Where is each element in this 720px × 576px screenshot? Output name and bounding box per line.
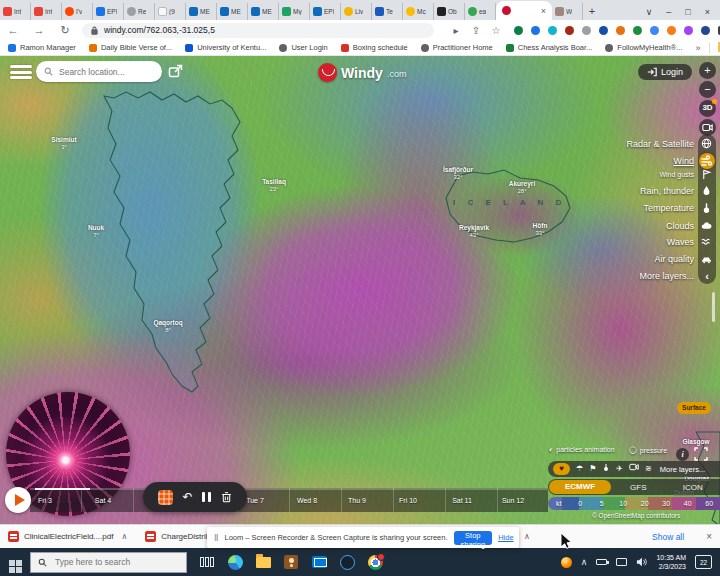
extension-icon[interactable] xyxy=(650,26,659,35)
layer-temperature[interactable]: Temperature xyxy=(643,203,694,213)
model-gfs[interactable]: GFS xyxy=(611,483,666,492)
browser-tab[interactable]: EPI xyxy=(310,3,341,20)
layer-more-layers[interactable]: More layers... xyxy=(639,271,694,281)
layer-wind-gusts[interactable]: Wind gusts xyxy=(659,171,694,178)
forecast-timeline[interactable]: Fri 3 Sat 4 Sun 5 Mon 6 Tue 7 Wed 8 Thu … xyxy=(30,488,548,512)
swirl-icon[interactable]: ≋ xyxy=(645,463,652,475)
share-icon[interactable]: ⇪ xyxy=(466,25,486,36)
timeline-day[interactable]: Fri 10 xyxy=(399,497,417,504)
browser-tab[interactable]: I'v xyxy=(62,3,93,20)
hide-link[interactable]: Hide xyxy=(498,533,513,542)
webcam-icon[interactable] xyxy=(629,463,639,475)
thermometer-icon[interactable] xyxy=(701,202,713,214)
particles-animation-toggle[interactable]: ◐ particles animation xyxy=(549,446,615,453)
browser-tab[interactable]: ME xyxy=(248,3,279,20)
trash-icon[interactable] xyxy=(221,491,232,503)
webcams-button[interactable] xyxy=(699,119,716,136)
close-window-button[interactable]: × xyxy=(705,7,710,17)
wind-layer-icon[interactable] xyxy=(699,153,715,169)
browser-tab[interactable]: ME xyxy=(217,3,248,20)
loom-recorder-icon[interactable] xyxy=(158,490,173,505)
task-view-button[interactable] xyxy=(193,548,221,576)
rain-droplet-icon[interactable] xyxy=(701,185,713,197)
layer-clouds[interactable]: Clouds xyxy=(666,221,694,231)
zoom-in-button[interactable]: + xyxy=(699,62,716,79)
windy-logo[interactable]: Windy .com xyxy=(318,63,406,82)
active-tab-windy[interactable]: × xyxy=(496,1,552,20)
taskbar-clock[interactable]: 10:35 AM 2/3/2023 xyxy=(656,553,686,572)
login-button[interactable]: Login xyxy=(638,64,692,80)
browser-tab[interactable]: EPI xyxy=(93,3,124,20)
favorite-heart-icon[interactable]: ♥ xyxy=(553,463,570,475)
network-icon[interactable] xyxy=(616,558,627,566)
show-all-link[interactable]: Show all xyxy=(652,532,684,542)
tray-expand-icon[interactable]: ∧ xyxy=(581,557,588,567)
browser-tab[interactable]: My xyxy=(279,3,310,20)
city-label[interactable]: Reykjavík43° xyxy=(450,224,498,240)
browser-tab[interactable]: W xyxy=(552,3,583,20)
model-ecmwf[interactable]: ECMWF xyxy=(549,480,611,494)
extension-icon[interactable] xyxy=(633,26,642,35)
city-label[interactable]: Glasgow xyxy=(674,438,718,446)
timeline-day[interactable]: Sun 12 xyxy=(502,497,524,504)
bookmark-item[interactable]: FollowMyHealth®... xyxy=(605,43,682,52)
pause-icon[interactable] xyxy=(202,492,211,502)
layer-air-quality[interactable]: Air quality xyxy=(654,254,694,264)
waves-icon[interactable] xyxy=(701,236,713,248)
search-input[interactable] xyxy=(57,66,147,78)
browser-tab[interactable]: ME xyxy=(186,3,217,20)
clouds-icon[interactable] xyxy=(701,220,713,232)
download-chip[interactable]: ClinicalElectricField....pdf ∧ xyxy=(8,531,127,542)
bookmark-item[interactable]: Practitioner Home xyxy=(421,43,493,52)
export-share-icon[interactable] xyxy=(168,64,183,78)
browser-tab[interactable]: Int xyxy=(0,3,31,20)
timeline-day[interactable]: Tue 7 xyxy=(246,497,264,504)
back-button[interactable]: ← xyxy=(0,24,26,36)
edge-icon[interactable] xyxy=(221,548,249,576)
layer-radar-satellite[interactable]: Radar & Satellite xyxy=(626,139,694,149)
bookmark-star-icon[interactable]: ☆ xyxy=(486,25,506,36)
umbrella-icon[interactable]: ☂ xyxy=(576,463,583,475)
extension-icon[interactable] xyxy=(599,26,608,35)
tray-app-icon[interactable] xyxy=(561,557,572,568)
browser-tab[interactable]: Int xyxy=(31,3,62,20)
city-label[interactable]: Sisimiut3° xyxy=(44,136,84,152)
file-explorer-icon[interactable] xyxy=(249,548,277,576)
extension-icon[interactable] xyxy=(667,26,676,35)
info-button[interactable]: i xyxy=(676,448,689,461)
play-button[interactable] xyxy=(5,487,31,513)
wind-gusts-flag-icon[interactable] xyxy=(701,169,713,181)
bookmarks-overflow-icon[interactable]: » xyxy=(696,43,701,53)
wind-speed-scale[interactable]: kt 0 5 10 20 30 40 60 xyxy=(548,497,720,510)
volume-icon[interactable] xyxy=(636,557,647,567)
layer-wind[interactable]: Wind xyxy=(673,156,694,166)
minimize-button[interactable]: – xyxy=(666,7,671,17)
bookmark-item[interactable]: University of Kentu... xyxy=(185,43,266,52)
model-icon[interactable]: ICON xyxy=(666,483,720,492)
bookmark-item[interactable]: Daily Bible Verse of... xyxy=(89,43,172,52)
weather-map[interactable]: Sisimiut3° Nuuk7° Tasiilaq23° Qaqortoq8°… xyxy=(0,56,720,524)
bookmark-item[interactable]: Ramon Manager xyxy=(8,43,76,52)
city-label[interactable]: Tasiilaq23° xyxy=(252,178,296,194)
city-label[interactable]: Akureyri28° xyxy=(500,180,544,196)
battery-icon[interactable] xyxy=(596,559,607,565)
extension-icon[interactable] xyxy=(684,26,693,35)
close-download-bar-icon[interactable]: × xyxy=(706,531,712,542)
notification-center-badge[interactable]: 22 xyxy=(695,555,712,569)
city-label[interactable]: Ísafjörður32° xyxy=(433,166,483,182)
extension-icon[interactable] xyxy=(701,26,710,35)
browser-tab[interactable]: ea xyxy=(465,3,496,20)
extension-icon[interactable] xyxy=(548,26,557,35)
fullscreen-icon[interactable] xyxy=(694,447,708,461)
browser-tab[interactable]: Te xyxy=(372,3,403,20)
new-tab-button[interactable]: + xyxy=(583,3,601,20)
location-search[interactable] xyxy=(36,61,162,82)
browser-tab[interactable]: Ob xyxy=(434,3,465,20)
timeline-day[interactable]: Wed 8 xyxy=(297,497,317,504)
timeline-day[interactable]: Sat 4 xyxy=(95,497,111,504)
surface-level-badge[interactable]: Surface xyxy=(677,402,711,414)
bookmark-item[interactable]: User Login xyxy=(279,43,327,52)
extension-icon[interactable] xyxy=(582,26,591,35)
chrome-icon[interactable] xyxy=(361,548,389,576)
city-label[interactable]: Nuuk7° xyxy=(76,224,116,240)
